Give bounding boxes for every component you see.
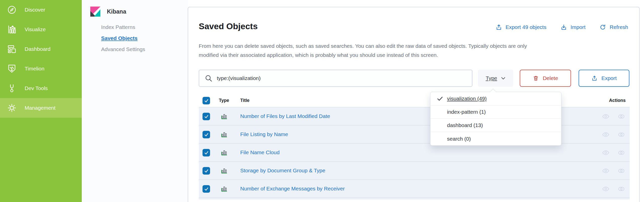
type-option-index-pattern[interactable]: index-pattern (1) bbox=[430, 105, 561, 119]
relationships-icon[interactable] bbox=[618, 113, 625, 120]
saved-objects-table: Type Title Actions Number of Files by La… bbox=[199, 94, 630, 199]
check-icon bbox=[204, 133, 209, 137]
refresh-icon bbox=[599, 24, 606, 30]
export-icon bbox=[496, 24, 502, 30]
subnav-item-advanced-settings[interactable]: Advanced Settings bbox=[101, 44, 145, 55]
kibana-brand: Kibana bbox=[90, 7, 126, 17]
export-all-link[interactable]: Export 49 objects bbox=[496, 24, 546, 30]
subnav-item-saved-objects[interactable]: Saved Objects bbox=[101, 33, 145, 44]
sidebar-item-management[interactable]: Management bbox=[0, 98, 82, 118]
visualization-type-icon bbox=[221, 167, 228, 174]
check-placeholder bbox=[437, 122, 443, 128]
column-header-actions: Actions bbox=[609, 98, 626, 103]
gear-icon bbox=[7, 103, 17, 113]
sidebar-item-discover[interactable]: Discover bbox=[0, 0, 82, 20]
table-row: File Name Cloud bbox=[199, 144, 630, 162]
inspect-eye-icon[interactable] bbox=[602, 131, 610, 138]
saved-object-link[interactable]: Number of Exchange Messages by Receiver bbox=[240, 186, 345, 192]
check-icon bbox=[204, 99, 209, 103]
search-input[interactable] bbox=[217, 70, 472, 86]
wrench-icon bbox=[7, 84, 17, 93]
inspect-eye-icon[interactable] bbox=[602, 167, 610, 175]
sidebar-item-label: Management bbox=[25, 105, 56, 111]
column-header-type: Type bbox=[219, 98, 229, 103]
column-header-title: Title bbox=[240, 98, 250, 103]
page-description-line1: From here you can delete saved objects, … bbox=[199, 43, 527, 49]
type-option-dashboard[interactable]: dashboard (13) bbox=[430, 119, 561, 132]
search-icon bbox=[205, 74, 212, 82]
chevron-down-icon bbox=[501, 77, 505, 80]
table-row: Storage by Document Group & Type bbox=[199, 162, 630, 180]
inspect-eye-icon[interactable] bbox=[602, 149, 610, 156]
type-option-search[interactable]: search (0) bbox=[430, 132, 561, 145]
check-icon bbox=[437, 96, 443, 102]
row-checkbox[interactable] bbox=[203, 149, 210, 156]
table-header: Type Title Actions bbox=[199, 94, 630, 107]
header-actions: Export 49 objects Import Refresh bbox=[496, 24, 628, 30]
sidebar-item-label: Visualize bbox=[25, 26, 46, 32]
check-icon bbox=[204, 169, 209, 173]
check-icon bbox=[204, 187, 209, 191]
relationships-icon[interactable] bbox=[618, 167, 625, 175]
select-all-checkbox[interactable] bbox=[203, 97, 210, 104]
management-subnav: Kibana Index Patterns Saved Objects Adva… bbox=[82, 0, 188, 202]
app-title: Kibana bbox=[107, 8, 126, 15]
visualization-type-icon bbox=[221, 113, 228, 120]
row-checkbox[interactable] bbox=[203, 131, 210, 138]
export-icon bbox=[591, 75, 597, 81]
kibana-logo-icon bbox=[90, 7, 100, 17]
dashboard-icon bbox=[7, 44, 17, 54]
search-box bbox=[199, 70, 472, 87]
subnav-item-index-patterns[interactable]: Index Patterns bbox=[101, 22, 145, 33]
row-checkbox[interactable] bbox=[203, 185, 210, 193]
page-description-line2: modified via their associated applicatio… bbox=[199, 52, 438, 58]
relationships-icon[interactable] bbox=[618, 149, 625, 156]
import-icon bbox=[560, 24, 567, 30]
relationships-icon[interactable] bbox=[618, 185, 625, 193]
trash-icon bbox=[533, 75, 539, 81]
compass-icon bbox=[7, 5, 17, 15]
visualization-type-icon bbox=[221, 149, 228, 156]
relationships-icon[interactable] bbox=[618, 131, 625, 138]
saved-object-link[interactable]: File Name Cloud bbox=[240, 149, 279, 155]
check-icon bbox=[204, 151, 209, 155]
table-row-partial bbox=[199, 198, 630, 199]
sidebar-item-label: Dashboard bbox=[25, 46, 51, 52]
check-icon bbox=[204, 114, 209, 119]
export-selected-button[interactable]: Export bbox=[579, 70, 629, 87]
refresh-link[interactable]: Refresh bbox=[599, 24, 628, 30]
sidebar-item-visualize[interactable]: Visualize bbox=[0, 20, 82, 39]
inspect-eye-icon[interactable] bbox=[602, 185, 610, 193]
inspect-eye-icon[interactable] bbox=[602, 113, 610, 120]
import-link[interactable]: Import bbox=[560, 24, 586, 30]
type-filter-button[interactable]: Type bbox=[478, 70, 513, 87]
saved-object-link[interactable]: Number of Files by Last Modified Date bbox=[240, 113, 330, 119]
row-checkbox[interactable] bbox=[203, 167, 210, 175]
delete-button[interactable]: Delete bbox=[520, 70, 571, 87]
visualization-type-icon bbox=[221, 131, 228, 138]
sidebar-item-timelion[interactable]: Timelion bbox=[0, 59, 82, 78]
sidebar-item-dashboard[interactable]: Dashboard bbox=[0, 39, 82, 59]
table-row: Number of Exchange Messages by Receiver bbox=[199, 180, 630, 198]
sidebar-item-label: Timelion bbox=[25, 66, 45, 72]
check-placeholder bbox=[437, 136, 443, 142]
saved-object-link[interactable]: Storage by Document Group & Type bbox=[240, 168, 325, 174]
sidebar-item-label: Discover bbox=[25, 7, 45, 13]
row-checkbox[interactable] bbox=[203, 113, 210, 120]
saved-objects-panel: Saved Objects Export 49 objects Import R… bbox=[188, 7, 640, 202]
visualize-icon bbox=[7, 25, 17, 34]
timelion-icon bbox=[7, 64, 17, 73]
check-placeholder bbox=[437, 109, 443, 115]
page-title: Saved Objects bbox=[199, 21, 258, 31]
sidebar-item-label: Dev Tools bbox=[25, 85, 48, 91]
sidebar-item-dev-tools[interactable]: Dev Tools bbox=[0, 78, 82, 98]
type-filter-popover: visualization (49) index-pattern (1) das… bbox=[430, 92, 561, 146]
saved-object-link[interactable]: File Listing by Name bbox=[240, 131, 288, 137]
table-row: File Listing by Name bbox=[199, 126, 630, 144]
table-row: Number of Files by Last Modified Date bbox=[199, 107, 630, 126]
visualization-type-icon bbox=[221, 185, 228, 192]
type-option-visualization[interactable]: visualization (49) bbox=[430, 92, 561, 105]
app-sidebar: Discover Visualize Dashboard Timelion De… bbox=[0, 0, 82, 202]
